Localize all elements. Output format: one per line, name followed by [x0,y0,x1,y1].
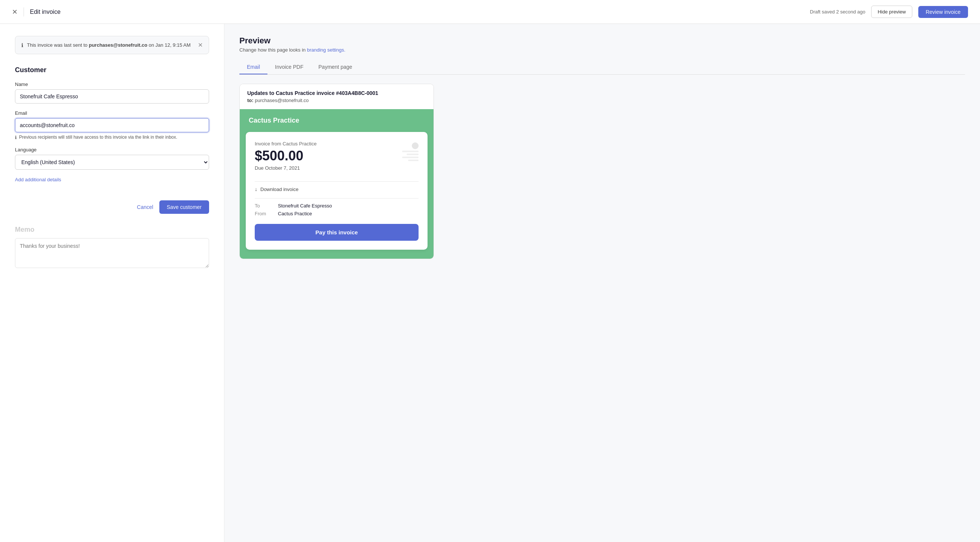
email-subject: Updates to Cactus Practice invoice #403A… [247,90,426,96]
invoice-divider-2 [255,198,418,198]
customer-section: Customer Name Email ℹ Previous recipient… [15,66,209,214]
email-preview-card: Updates to Cactus Practice invoice #403A… [239,84,434,259]
language-label: Language [15,147,209,152]
header-divider [24,8,24,16]
to-label: To [255,203,274,209]
thumb-line-short [408,160,418,161]
download-row: ↓ Download invoice [255,186,418,192]
main-layout: ℹ This invoice was last sent to purchase… [0,24,980,542]
add-details-link[interactable]: Add additional details [15,177,61,182]
banner-text: This invoice was last sent to purchases@… [27,42,191,48]
branding-settings-link[interactable]: branding settings. [307,47,345,53]
thumb-line-long [402,151,418,152]
memo-textarea[interactable] [15,238,209,268]
invoice-header-info: Invoice from Cactus Practice $500.00 Due… [255,141,402,177]
email-to: to: purchases@stonefruit.co [247,98,426,103]
banner-close-button[interactable]: ✕ [198,41,203,49]
memo-title: Memo [15,226,209,234]
left-panel: ℹ This invoice was last sent to purchase… [0,24,224,542]
close-button[interactable]: ✕ [12,8,18,16]
tab-payment-page[interactable]: Payment page [311,60,360,74]
download-arrow-icon: ↓ [255,186,257,192]
header-title: Edit invoice [30,9,60,15]
from-label: From [255,211,274,216]
name-field-group: Name [15,81,209,103]
preview-title: Preview [239,36,965,46]
customer-section-title: Customer [15,66,209,74]
invoice-amount: $500.00 [255,148,402,164]
invoice-inner: Invoice from Cactus Practice $500.00 Due… [246,132,428,250]
save-customer-button[interactable]: Save customer [159,200,209,214]
email-meta: Updates to Cactus Practice invoice #403A… [240,84,434,109]
tab-email[interactable]: Email [239,60,267,74]
brand-name: Cactus Practice [249,117,299,124]
invoice-from: Invoice from Cactus Practice [255,141,402,147]
invoice-body: Invoice from Cactus Practice $500.00 Due… [240,132,434,259]
header-left: ✕ Edit invoice [12,8,60,16]
name-input[interactable] [15,89,209,103]
email-input[interactable] [15,118,209,132]
name-label: Name [15,81,209,87]
thumb-line-long2 [402,157,418,158]
form-actions: Cancel Save customer [15,200,209,214]
hide-preview-button[interactable]: Hide preview [871,6,912,18]
invoice-divider [255,181,418,182]
header: ✕ Edit invoice Draft saved 2 second ago … [0,0,980,24]
to-row: To Stonefruit Cafe Espresso [255,203,418,209]
email-green-header: Cactus Practice [240,109,434,132]
memo-section: Memo [15,226,209,269]
thumb-circle [412,143,418,149]
preview-tabs: Email Invoice PDF Payment page [239,60,965,75]
invoice-meta-rows: To Stonefruit Cafe Espresso From Cactus … [255,203,418,216]
cancel-button[interactable]: Cancel [137,204,153,210]
download-label: Download invoice [260,187,299,192]
invoice-due: Due October 7, 2021 [255,165,402,171]
header-right: Draft saved 2 second ago Hide preview Re… [810,6,968,18]
invoice-header-row: Invoice from Cactus Practice $500.00 Due… [255,141,418,177]
info-banner-left: ℹ This invoice was last sent to purchase… [21,42,191,48]
review-invoice-button[interactable]: Review invoice [918,6,968,18]
email-helper: ℹ Previous recipients will still have ac… [15,135,209,140]
info-icon: ℹ [21,42,23,48]
to-value: Stonefruit Cafe Espresso [278,203,332,209]
pay-invoice-button[interactable]: Pay this invoice [255,224,418,241]
language-field-group: Language English (United States) [15,147,209,170]
email-label: Email [15,110,209,116]
helper-info-icon: ℹ [15,135,17,140]
right-panel: Preview Change how this page looks in br… [224,24,980,542]
thumb-line-medium [407,154,418,155]
from-value: Cactus Practice [278,211,312,216]
info-banner: ℹ This invoice was last sent to purchase… [15,36,209,54]
preview-subtitle: Change how this page looks in branding s… [239,47,965,53]
from-row: From Cactus Practice [255,211,418,216]
tab-invoice-pdf[interactable]: Invoice PDF [267,60,311,74]
invoice-thumbnail [402,143,418,161]
language-select[interactable]: English (United States) [15,155,209,170]
email-field-group: Email ℹ Previous recipients will still h… [15,110,209,140]
draft-status: Draft saved 2 second ago [810,9,865,14]
